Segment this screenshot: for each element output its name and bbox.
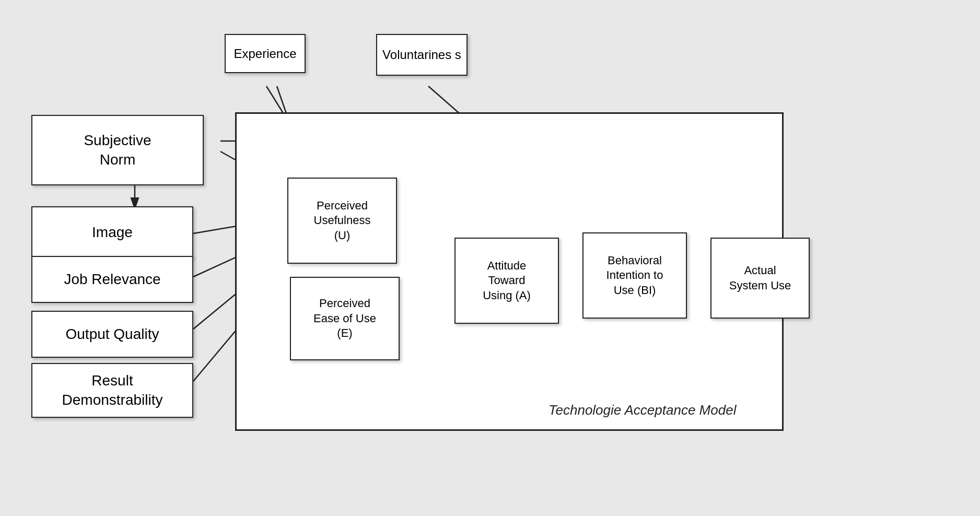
result-demonstrability-node: Result Demonstrability: [31, 363, 193, 418]
perceived-usefulness-node: Perceived Usefulness (U): [287, 178, 397, 264]
attitude-node: Attitude Toward Using (A): [454, 238, 559, 324]
experience-node: Experience: [225, 34, 306, 73]
perceived-ease-node: Perceived Ease of Use (E): [290, 277, 400, 360]
behavioral-intention-node: Behavioral Intention to Use (BI): [582, 232, 687, 319]
output-quality-node: Output Quality: [31, 311, 193, 358]
image-node: Image: [31, 206, 193, 259]
job-relevance-node: Job Relevance: [31, 256, 193, 303]
diagram-container: Experience Voluntarines s Subjective Nor…: [0, 0, 980, 516]
tam-label: Technologie Acceptance Model: [549, 402, 736, 418]
actual-system-use-node: Actual System Use: [710, 238, 810, 319]
subjective-norm-node: Subjective Norm: [31, 115, 204, 185]
voluntariness-node: Voluntarines s: [376, 34, 468, 76]
